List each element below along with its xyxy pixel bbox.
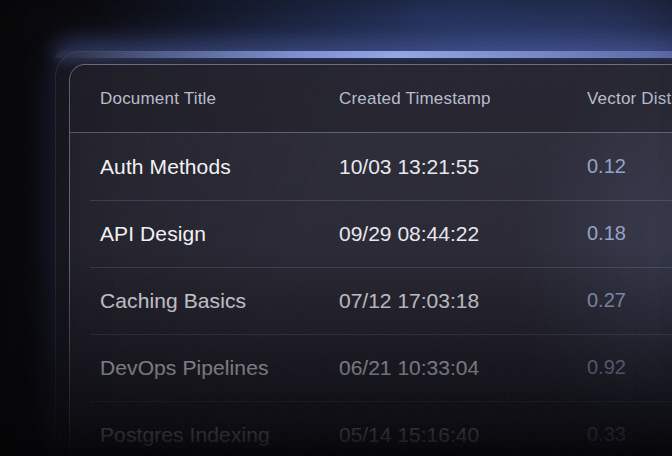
cell-created-timestamp: 07/12 17:03:18 — [339, 289, 587, 313]
cell-created-timestamp: 05/14 15:16:40 — [339, 423, 587, 447]
table-row[interactable]: Auth Methods 10/03 13:21:55 0.12 — [70, 133, 672, 200]
cell-vector-distance: 0.12 — [587, 155, 672, 178]
cell-document-title: DevOps Pipelines — [100, 356, 339, 380]
frame-top-glow — [55, 51, 672, 58]
cell-created-timestamp: 10/03 13:21:55 — [339, 155, 587, 179]
screenshot-root: { "table": { "columns": [ { "label": "Do… — [0, 0, 672, 456]
table-header-row: Document Title Created Timestamp Vector … — [70, 65, 672, 133]
table-body: Auth Methods 10/03 13:21:55 0.12 API Des… — [70, 133, 672, 456]
column-header-document-title: Document Title — [100, 89, 339, 109]
cell-document-title: API Design — [100, 222, 339, 246]
column-header-created-timestamp: Created Timestamp — [339, 89, 587, 109]
cell-document-title: Caching Basics — [100, 289, 339, 313]
device-frame: Document Title Created Timestamp Vector … — [55, 51, 672, 456]
cell-vector-distance: 0.27 — [587, 289, 672, 312]
cell-created-timestamp: 06/21 10:33:04 — [339, 356, 587, 380]
documents-table-card: Document Title Created Timestamp Vector … — [69, 64, 672, 456]
table-row[interactable]: Postgres Indexing 05/14 15:16:40 0.33 — [70, 401, 672, 456]
column-header-vector-distance: Vector Distance — [587, 89, 672, 109]
cell-vector-distance: 0.92 — [587, 356, 672, 379]
cell-document-title: Postgres Indexing — [100, 423, 339, 447]
cell-document-title: Auth Methods — [100, 155, 339, 179]
table-row[interactable]: DevOps Pipelines 06/21 10:33:04 0.92 — [70, 334, 672, 401]
cell-vector-distance: 0.33 — [587, 423, 672, 446]
table-row[interactable]: Caching Basics 07/12 17:03:18 0.27 — [70, 267, 672, 334]
table-row[interactable]: API Design 09/29 08:44:22 0.18 — [70, 200, 672, 267]
cell-vector-distance: 0.18 — [587, 222, 672, 245]
cell-created-timestamp: 09/29 08:44:22 — [339, 222, 587, 246]
